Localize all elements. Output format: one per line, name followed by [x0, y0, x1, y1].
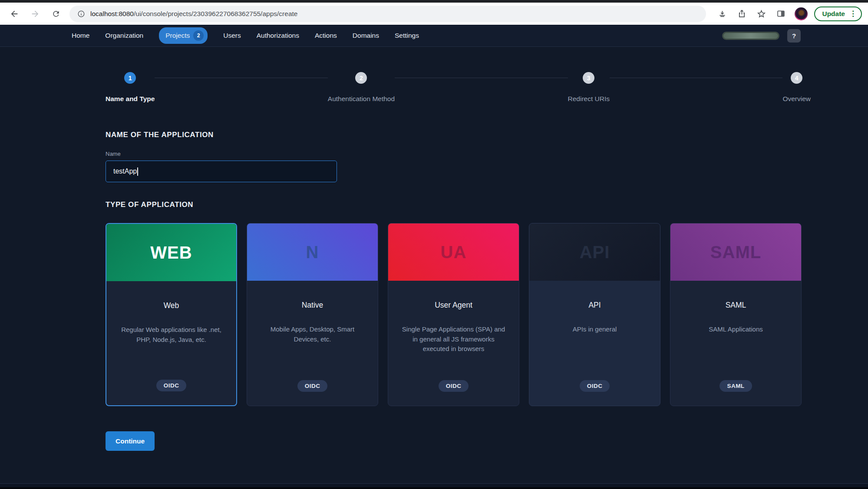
- nav-item-actions[interactable]: Actions: [315, 32, 337, 39]
- text-caret: [137, 167, 138, 176]
- avatar[interactable]: [795, 7, 808, 20]
- protocol-badge: SAML: [719, 380, 752, 392]
- card-title: SAML: [670, 301, 801, 310]
- url-bar[interactable]: localhost:8080/ui/console/projects/23039…: [69, 6, 706, 22]
- continue-button[interactable]: Continue: [106, 431, 155, 451]
- create-app-page: 1 Name and Type 2 Authentication Method …: [0, 72, 868, 451]
- browser-chrome: localhost:8080/ui/console/projects/23039…: [0, 0, 868, 25]
- install-icon: [718, 9, 727, 18]
- step-number: 2: [355, 72, 367, 84]
- forward-button[interactable]: [28, 7, 43, 21]
- card-banner: SAML: [670, 223, 801, 281]
- step-label: Authentication Method: [328, 95, 395, 103]
- card-description: SAML Applications: [670, 325, 801, 335]
- app-name-value: testApp: [113, 167, 137, 175]
- stepper-step: 1 Name and Type: [106, 72, 155, 103]
- step-label: Overview: [782, 95, 811, 103]
- card-banner: UA: [388, 223, 519, 281]
- side-panel-button[interactable]: [773, 7, 788, 21]
- card-banner: API: [529, 223, 660, 281]
- card-description: Mobile Apps, Desktop, Smart Devices, etc…: [247, 325, 378, 344]
- app-name-input[interactable]: testApp: [106, 161, 337, 182]
- org-loading-skeleton: [722, 32, 779, 40]
- install-button[interactable]: [715, 7, 729, 21]
- footer-strip: [0, 483, 868, 489]
- stepper-step: 3 Redirect URIs: [568, 72, 610, 103]
- card-banner: N: [247, 223, 378, 281]
- step-connector-line: [155, 78, 327, 78]
- name-field-label: Name: [106, 151, 811, 157]
- card-title: User Agent: [388, 301, 519, 310]
- protocol-badge: OIDC: [580, 380, 610, 392]
- card-title: API: [529, 301, 660, 310]
- back-button[interactable]: [7, 7, 22, 21]
- step-connector-line: [610, 78, 782, 78]
- app-type-cards: WEB Web Regular Web applications like .n…: [106, 223, 811, 406]
- back-icon: [10, 9, 19, 19]
- card-title: Native: [247, 301, 378, 310]
- stepper: 1 Name and Type 2 Authentication Method …: [106, 72, 811, 103]
- card-banner-label: SAML: [710, 243, 761, 262]
- console-nav: Home Organization Projects2 Users Author…: [0, 25, 868, 47]
- nav-item-projects[interactable]: Projects2: [159, 27, 208, 44]
- step-number: 4: [791, 72, 802, 84]
- card-banner-label: UA: [441, 243, 467, 262]
- app-type-card-saml[interactable]: SAML SAML SAML Applications SAML: [670, 223, 802, 406]
- step-number: 1: [124, 72, 136, 84]
- app-type-card-api[interactable]: API API APIs in general OIDC: [529, 223, 660, 406]
- card-banner-label: API: [580, 243, 610, 262]
- card-description: Regular Web applications like .net, PHP,…: [106, 325, 236, 345]
- nav-item-settings[interactable]: Settings: [395, 32, 419, 39]
- bookmark-button[interactable]: [754, 7, 769, 21]
- site-info-icon[interactable]: [77, 10, 85, 18]
- update-label: Update: [822, 10, 845, 18]
- stepper-step: 2 Authentication Method: [328, 72, 395, 103]
- nav-item-users[interactable]: Users: [223, 32, 241, 39]
- nav-item-domains[interactable]: Domains: [353, 32, 379, 39]
- name-section-title: NAME OF THE APPLICATION: [106, 131, 811, 139]
- card-banner: WEB: [106, 224, 236, 281]
- help-button[interactable]: ?: [787, 29, 801, 43]
- app-type-card-user-agent[interactable]: UA User Agent Single Page Applications (…: [388, 223, 519, 406]
- card-description: APIs in general: [529, 325, 660, 335]
- nav-item-authorizations[interactable]: Authorizations: [257, 32, 299, 39]
- side-panel-icon: [776, 9, 785, 18]
- reload-button[interactable]: [49, 7, 63, 21]
- url-text: localhost:8080/ui/console/projects/23039…: [90, 10, 297, 18]
- card-description: Single Page Applications (SPA) and in ge…: [388, 325, 519, 354]
- protocol-badge: OIDC: [156, 380, 187, 391]
- card-banner-label: WEB: [150, 243, 192, 263]
- stepper-step: 4 Overview: [782, 72, 811, 103]
- type-section-title: TYPE OF APPLICATION: [106, 200, 811, 209]
- step-number: 3: [583, 72, 594, 84]
- protocol-badge: OIDC: [439, 380, 469, 392]
- projects-count-badge: 2: [193, 30, 204, 41]
- forward-icon: [30, 9, 40, 19]
- card-banner-label: N: [306, 243, 319, 262]
- nav-item-home[interactable]: Home: [72, 32, 89, 39]
- app-type-card-web[interactable]: WEB Web Regular Web applications like .n…: [106, 223, 237, 406]
- share-icon: [737, 9, 746, 18]
- update-button[interactable]: Update ⋮: [814, 7, 862, 21]
- browser-menu-icon[interactable]: ⋮: [848, 10, 858, 17]
- step-label: Name and Type: [106, 95, 155, 103]
- share-button[interactable]: [734, 7, 749, 21]
- nav-item-organization[interactable]: Organization: [105, 32, 143, 39]
- browser-toolbar: localhost:8080/ui/console/projects/23039…: [0, 3, 868, 25]
- app-type-card-native[interactable]: N Native Mobile Apps, Desktop, Smart Dev…: [247, 223, 378, 406]
- reload-icon: [52, 10, 60, 18]
- step-label: Redirect URIs: [568, 95, 610, 103]
- star-icon: [757, 9, 766, 18]
- step-connector-line: [395, 78, 568, 78]
- card-title: Web: [106, 301, 236, 310]
- protocol-badge: OIDC: [297, 380, 328, 392]
